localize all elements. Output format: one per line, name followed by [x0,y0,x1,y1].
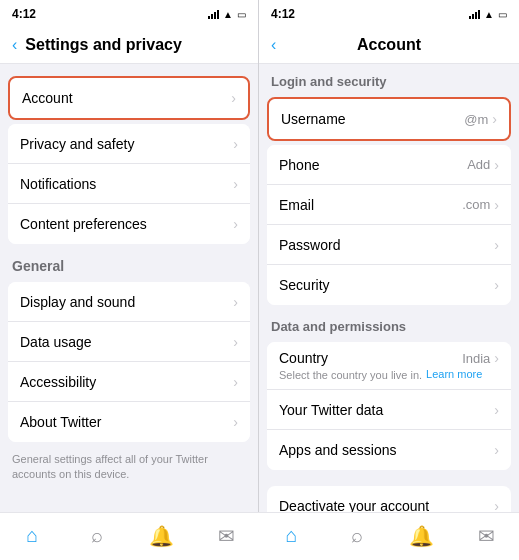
country-chevron: › [494,350,499,366]
learn-more-link[interactable]: Learn more [426,368,482,381]
left-back-button[interactable]: ‹ [12,36,17,54]
left-nav-bar: ‹ Settings and privacy [0,26,258,64]
general-group: Display and sound › Data usage › Accessi… [8,282,250,442]
apps-sessions-chevron: › [494,442,499,458]
about-twitter-label: About Twitter [20,414,101,430]
country-item[interactable]: Country India › Select the country you l… [267,342,511,390]
country-sub: Select the country you live in. [279,369,422,381]
settings-group-1: Privacy and safety › Notifications › Con… [8,124,250,244]
signal-icon [208,9,219,19]
left-tab-messages[interactable]: ✉ [194,524,259,548]
display-sound-item[interactable]: Display and sound › [8,282,250,322]
bell-icon: 🔔 [149,524,174,548]
right-status-icons: ▲ ▭ [469,9,507,20]
right-nav-bar: ‹ Account [259,26,519,64]
content-preferences-label: Content preferences [20,216,147,232]
right-tab-messages[interactable]: ✉ [454,524,519,548]
left-panel: 4:12 ▲ ▭ ‹ Settings and privacy Account … [0,0,259,560]
email-value: .com [462,197,490,212]
right-scroll-area: Login and security Username @m › Phone A… [259,64,519,560]
left-tab-notifications[interactable]: 🔔 [130,524,195,548]
display-sound-label: Display and sound [20,294,135,310]
username-highlighted-item[interactable]: Username @m › [267,97,511,141]
password-right: › [494,237,499,253]
right-tab-search[interactable]: ⌕ [324,524,389,547]
phone-item[interactable]: Phone Add › [267,145,511,185]
general-section-header: General [0,248,258,278]
left-tab-home[interactable]: ⌂ [0,524,65,547]
account-label: Account [22,90,73,106]
right-wifi-icon: ▲ [484,9,494,20]
email-label: Email [279,197,314,213]
about-twitter-chevron: › [233,414,238,430]
content-preferences-item[interactable]: Content preferences › [8,204,250,244]
right-status-bar: 4:12 ▲ ▭ [259,0,519,26]
data-usage-item[interactable]: Data usage › [8,322,250,362]
notifications-item[interactable]: Notifications › [8,164,250,204]
battery-icon: ▭ [237,9,246,20]
mail-icon: ✉ [218,524,235,548]
right-tab-notifications[interactable]: 🔔 [389,524,454,548]
security-item[interactable]: Security › [267,265,511,305]
right-battery-icon: ▭ [498,9,507,20]
right-tab-bar: ⌂ ⌕ 🔔 ✉ [259,512,519,560]
twitter-data-item[interactable]: Your Twitter data › [267,390,511,430]
account-chevron: › [231,90,236,106]
apps-sessions-item[interactable]: Apps and sessions › [267,430,511,470]
password-label: Password [279,237,340,253]
right-back-button[interactable]: ‹ [271,36,276,54]
accessibility-chevron: › [233,374,238,390]
twitter-data-chevron: › [494,402,499,418]
about-twitter-item[interactable]: About Twitter › [8,402,250,442]
right-home-icon: ⌂ [285,524,297,547]
right-signal-icon [469,9,480,19]
country-label: Country [279,350,328,366]
data-permissions-header: Data and permissions [259,309,519,338]
country-right: India › [462,350,499,366]
username-list-item[interactable]: Username @m › [269,99,509,139]
data-group: Country India › Select the country you l… [267,342,511,470]
account-highlighted-item[interactable]: Account › [8,76,250,120]
left-status-icons: ▲ ▭ [208,9,246,20]
email-chevron: › [494,197,499,213]
privacy-item[interactable]: Privacy and safety › [8,124,250,164]
data-usage-label: Data usage [20,334,92,350]
username-right: @m › [464,111,497,127]
privacy-chevron: › [233,136,238,152]
username-value: @m [464,112,488,127]
right-nav-title: Account [357,36,421,54]
login-security-header: Login and security [259,64,519,93]
right-time: 4:12 [271,7,295,21]
notifications-label: Notifications [20,176,96,192]
email-right: .com › [462,197,499,213]
right-search-icon: ⌕ [351,524,363,547]
account-list-item[interactable]: Account › [10,78,248,118]
left-time: 4:12 [12,7,36,21]
security-label: Security [279,277,330,293]
right-mail-icon: ✉ [478,524,495,548]
left-scroll-area: Account › Privacy and safety › Notificat… [0,64,258,560]
left-status-bar: 4:12 ▲ ▭ [0,0,258,26]
right-bell-icon: 🔔 [409,524,434,548]
left-tab-bar: ⌂ ⌕ 🔔 ✉ [0,512,259,560]
home-icon: ⌂ [26,524,38,547]
data-usage-chevron: › [233,334,238,350]
search-icon: ⌕ [91,524,103,547]
accessibility-label: Accessibility [20,374,96,390]
username-label: Username [281,111,346,127]
general-footer-note: General settings affect all of your Twit… [0,446,258,489]
left-tab-search[interactable]: ⌕ [65,524,130,547]
right-tab-home[interactable]: ⌂ [259,524,324,547]
wifi-icon: ▲ [223,9,233,20]
accessibility-item[interactable]: Accessibility › [8,362,250,402]
password-item[interactable]: Password › [267,225,511,265]
login-group: Phone Add › Email .com › Password › [267,145,511,305]
phone-right: Add › [467,157,499,173]
display-sound-chevron: › [233,294,238,310]
privacy-label: Privacy and safety [20,136,134,152]
password-chevron: › [494,237,499,253]
country-value: India [462,351,490,366]
phone-value: Add [467,157,490,172]
username-chevron: › [492,111,497,127]
email-item[interactable]: Email .com › [267,185,511,225]
